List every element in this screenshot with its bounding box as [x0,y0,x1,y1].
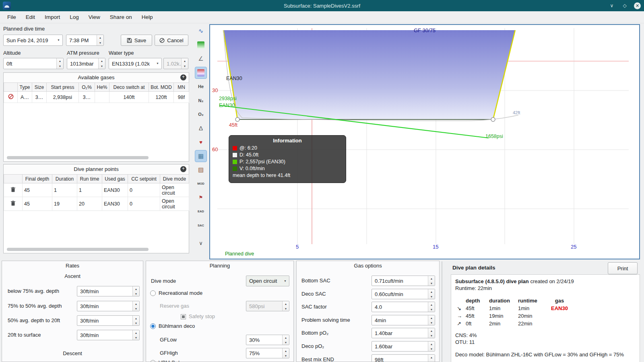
point-gas-cell[interactable]: EAN30 [102,183,128,197]
vpmb-deco-radio[interactable] [150,360,156,362]
ndl-icon[interactable]: ⚑ [195,191,207,204]
scroll-down-icon[interactable]: ∨ [195,237,207,249]
menu-view[interactable]: View [84,11,105,23]
sac-icon[interactable]: SAC [195,219,207,231]
gases-col-size[interactable]: Size [32,83,47,92]
spinner-buttons[interactable] [428,302,435,312]
point-mode-cell[interactable]: Open circuit [160,197,189,211]
gases-col-mnd[interactable]: MN [174,83,189,92]
cancel-button[interactable]: Cancel [155,35,188,46]
he-graph-icon[interactable]: He [195,80,207,93]
deco-sac-spinner[interactable]: 0.60cuft/min [372,289,435,299]
points-col-duration[interactable]: Duration [52,175,77,183]
recreational-mode-radio[interactable] [150,290,156,296]
add-gas-button[interactable] [180,74,186,80]
waypoint-handle-end[interactable] [491,117,495,121]
point-depth-cell[interactable]: 45 [23,183,52,197]
points-hscrollbar[interactable] [7,248,149,251]
points-col-gas[interactable]: Used gas [102,175,128,183]
menu-file[interactable]: File [2,11,21,23]
gases-hscrollbar[interactable] [7,156,149,159]
spinner-buttons[interactable] [282,335,289,345]
problem-time-spinner[interactable]: 4min [372,315,435,325]
point-row[interactable]: 45 19 20 EAN30 0 Open circuit [4,197,189,211]
n2-graph-icon[interactable]: N₂ [195,95,207,107]
point-duration-cell[interactable]: 1 [52,183,77,197]
ascent-rate-20ft-spinner[interactable]: 30ft/min [77,315,140,326]
sac-factor-spinner[interactable]: 4.0 [372,302,435,312]
spinner-buttons[interactable] [56,58,63,69]
ascent-rate-75-spinner[interactable]: 30ft/min [77,286,140,296]
point-depth-cell[interactable]: 45 [23,197,52,211]
spinner-buttons[interactable] [428,276,435,286]
point-gas-cell[interactable]: EAN30 [102,197,128,211]
heartrate-icon[interactable]: ♥ [195,136,207,148]
point-runtime-cell[interactable]: 20 [77,197,102,211]
gases-col-o2[interactable]: O₂% [79,83,95,92]
spinner-buttons[interactable] [428,315,435,325]
gas-startpress-cell[interactable]: 2,938psi [47,92,79,103]
point-row[interactable]: 45 1 1 EAN30 0 Open circuit [4,183,189,197]
dive-date-select[interactable]: Sun Feb 24, 2019 [3,35,63,46]
spinner-buttons[interactable] [132,301,139,311]
best-mix-end-spinner[interactable]: 98ft [372,354,435,362]
point-runtime-cell[interactable]: 1 [77,183,102,197]
dive-profile-chart[interactable]: GF 30/75 30 60 5 15 25 EAN30 2938psi EAN… [209,24,640,259]
gas-size-cell[interactable]: 3… [32,92,47,103]
gas-he-cell[interactable] [95,92,109,103]
spinner-buttons[interactable] [428,341,435,351]
tissues-icon[interactable]: ▨ [195,164,207,176]
save-button[interactable]: Save [121,35,152,46]
spinner-buttons[interactable] [428,355,435,362]
bottom-sac-spinner[interactable]: 0.71cuft/min [372,276,435,286]
water-type-select[interactable]: EN13319 (1.02k [109,58,162,69]
dive-time-spinner[interactable]: 7:38 PM [66,35,104,46]
print-button[interactable]: Print [608,262,638,274]
gas-mnd-cell[interactable]: 98f [174,92,189,103]
spinner-buttons[interactable] [132,330,139,340]
gases-col-startpress[interactable]: Start press [47,83,79,92]
point-duration-cell[interactable]: 19 [52,197,77,211]
menu-log[interactable]: Log [65,11,84,23]
spinner-buttons[interactable] [132,316,139,325]
points-col-mode[interactable]: Dive mode [160,175,189,183]
ascent-rate-50-spinner[interactable]: 30ft/min [77,301,140,311]
dive-mode-select[interactable]: Open circuit [246,276,289,286]
atm-pressure-spinner[interactable]: 1013mbar [67,58,105,69]
gas-botmod-cell[interactable]: 120ft [149,92,174,103]
ceiling-toggle-icon[interactable] [195,67,207,79]
point-mode-cell[interactable]: Open circuit [160,183,189,197]
remove-gas-icon[interactable] [8,94,14,99]
menu-help[interactable]: Help [137,11,158,23]
gas-row[interactable]: A… 3… 2,938psi 3… 140ft 120ft 98f [4,92,189,103]
menu-share-on[interactable]: Share on [105,11,137,23]
ascent-rate-surface-spinner[interactable]: 30ft/min [77,330,140,340]
points-col-runtime[interactable]: Run time [77,175,102,183]
gases-col-type[interactable]: Type [18,83,32,92]
waypoint-handle-start[interactable] [235,117,239,121]
delete-point-icon[interactable] [11,201,15,206]
mod-icon[interactable]: MOD [195,178,207,190]
spinner-buttons[interactable] [282,348,289,358]
spinner-buttons[interactable] [97,35,103,45]
deco-po2-spinner[interactable]: 1.60bar [372,341,435,352]
menu-import[interactable]: Import [40,11,65,23]
gfhigh-spinner[interactable]: 75% [246,348,289,358]
menu-edit[interactable]: Edit [21,11,40,23]
gflow-spinner[interactable]: 30% [246,335,289,345]
spinner-buttons[interactable] [98,58,105,69]
point-setpoint-cell[interactable]: 0 [128,183,160,197]
altitude-spinner[interactable]: 0ft [3,58,64,69]
delete-point-icon[interactable] [11,187,15,192]
gas-type-cell[interactable]: A… [18,92,32,103]
spinner-buttons[interactable] [428,289,435,299]
close-icon[interactable] [634,2,641,9]
ruler-icon[interactable]: ∠ [195,53,207,65]
gases-col-he[interactable]: He% [95,83,109,92]
points-col-depth[interactable]: Final depth [23,175,52,183]
profile-graph-icon[interactable]: ∿ [195,25,207,37]
o2-graph-icon[interactable]: O₂ [195,108,207,120]
spinner-buttons[interactable] [132,286,139,296]
spinner-buttons[interactable] [428,328,435,338]
ead-icon[interactable]: EAD [195,206,207,218]
